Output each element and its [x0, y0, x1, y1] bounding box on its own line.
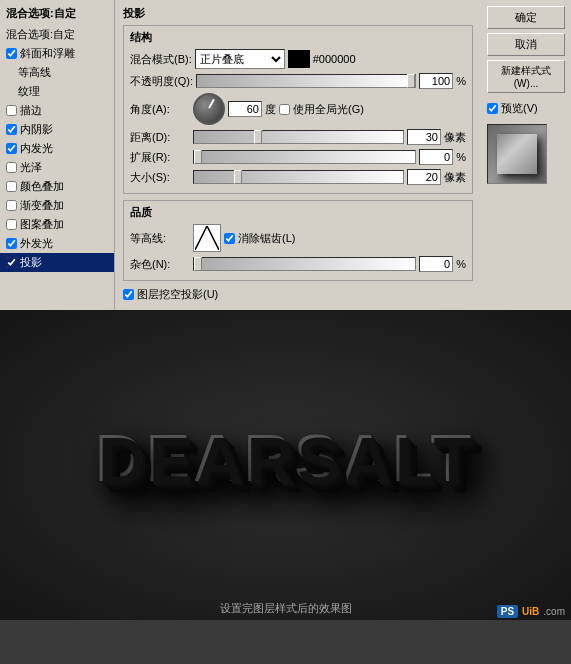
angle-knob[interactable]: [193, 93, 225, 125]
shadow-color-swatch[interactable]: [288, 50, 310, 68]
preview-inner: [497, 134, 537, 174]
drop-shadow-panel: 投影 结构 混合模式(B): 正片叠底 #000000 不透明度(Q):: [115, 0, 481, 310]
svg-rect-0: [195, 226, 219, 250]
noise-slider[interactable]: [193, 257, 416, 271]
sidebar-item-stroke[interactable]: 描边: [0, 101, 114, 120]
size-unit: 像素: [444, 170, 466, 185]
blend-mode-label: 混合模式(B):: [130, 52, 192, 67]
sidebar-item-inner-shadow[interactable]: 内阴影: [0, 120, 114, 139]
dialog-buttons: 确定 取消 新建样式式(W)... 预览(V): [481, 0, 571, 310]
noise-slider-container: [193, 257, 416, 271]
sidebar-item-drop-shadow[interactable]: 投影: [0, 253, 114, 272]
opacity-slider[interactable]: [196, 74, 416, 88]
knob-indicator: [208, 99, 215, 109]
sidebar-item-label: 混合选项:自定: [6, 27, 75, 42]
stroke-checkbox[interactable]: [6, 105, 17, 116]
sidebar-item-label: 图案叠加: [20, 217, 64, 232]
new-style-button[interactable]: 新建样式式(W)...: [487, 60, 565, 93]
quality-title: 品质: [130, 205, 466, 220]
spread-slider-container: [193, 150, 416, 164]
sidebar-item-label: 描边: [20, 103, 42, 118]
sidebar-item-label: 投影: [20, 255, 42, 270]
contour-icon: [195, 226, 219, 250]
ok-button[interactable]: 确定: [487, 6, 565, 29]
structure-section: 结构 混合模式(B): 正片叠底 #000000 不透明度(Q): %: [123, 25, 473, 194]
preview-checkbox[interactable]: [487, 103, 498, 114]
distance-label: 距离(D):: [130, 130, 190, 145]
sidebar-item-satin[interactable]: 光泽: [0, 158, 114, 177]
sidebar-item-label: 光泽: [20, 160, 42, 175]
blend-mode-select[interactable]: 正片叠底: [195, 49, 285, 69]
noise-value[interactable]: [419, 256, 453, 272]
angle-label: 角度(A):: [130, 102, 190, 117]
color-overlay-checkbox[interactable]: [6, 181, 17, 192]
sidebar-title: 混合选项:自定: [0, 4, 114, 25]
sidebar-item-pattern-overlay[interactable]: 图案叠加: [0, 215, 114, 234]
contour-label: 等高线:: [130, 231, 190, 246]
global-light-label: 使用全局光(G): [279, 102, 364, 117]
size-value[interactable]: [407, 169, 441, 185]
sidebar-item-bevel[interactable]: 斜面和浮雕: [0, 44, 114, 63]
layer-style-dialog: 混合选项:自定 混合选项:自定 斜面和浮雕 等高线 纹理 描边 内阴影 内发光: [0, 0, 571, 310]
sidebar-item-blend-options[interactable]: 混合选项:自定: [0, 25, 114, 44]
opacity-row: 不透明度(Q): %: [130, 73, 466, 89]
quality-section: 品质 等高线: 消除锯齿(L) 杂色(N):: [123, 200, 473, 281]
bevel-checkbox[interactable]: [6, 48, 17, 59]
cancel-button[interactable]: 取消: [487, 33, 565, 56]
sidebar-item-label: 颜色叠加: [20, 179, 64, 194]
sidebar-item-label: 纹理: [18, 84, 40, 99]
layer-knockout-checkbox[interactable]: [123, 289, 134, 300]
gradient-overlay-checkbox[interactable]: [6, 200, 17, 211]
spread-label: 扩展(R):: [130, 150, 190, 165]
noise-row: 杂色(N): %: [130, 256, 466, 272]
contour-preview[interactable]: [193, 224, 221, 252]
spread-unit: %: [456, 151, 466, 163]
sidebar-item-label: 外发光: [20, 236, 53, 251]
opacity-value[interactable]: [419, 73, 453, 89]
inner-glow-checkbox[interactable]: [6, 143, 17, 154]
distance-slider-container: [193, 130, 404, 144]
size-row: 大小(S): 像素: [130, 169, 466, 185]
layer-knockout-row: 图层挖空投影(U): [123, 287, 473, 302]
sidebar-item-color-overlay[interactable]: 颜色叠加: [0, 177, 114, 196]
uib-logo: UiB: [522, 606, 539, 617]
distance-row: 距离(D): 像素: [130, 129, 466, 145]
opacity-unit: %: [456, 75, 466, 87]
spread-value[interactable]: [419, 149, 453, 165]
hex-label: #000000: [313, 53, 356, 65]
spread-slider[interactable]: [193, 150, 416, 164]
sidebar: 混合选项:自定 混合选项:自定 斜面和浮雕 等高线 纹理 描边 内阴影 内发光: [0, 0, 115, 310]
angle-row: 角度(A): 度 使用全局光(G): [130, 93, 466, 125]
satin-checkbox[interactable]: [6, 162, 17, 173]
opacity-slider-container: [196, 74, 416, 88]
distance-value[interactable]: [407, 129, 441, 145]
image-caption: 设置完图层样式后的效果图: [0, 601, 571, 616]
outer-glow-checkbox[interactable]: [6, 238, 17, 249]
main-text: DEARSALT: [96, 421, 474, 497]
sidebar-item-label: 内阴影: [20, 122, 53, 137]
sidebar-item-texture[interactable]: 纹理: [0, 82, 114, 101]
global-light-checkbox[interactable]: [279, 104, 290, 115]
structure-title: 结构: [130, 30, 466, 45]
sidebar-item-label: 内发光: [20, 141, 53, 156]
pattern-overlay-checkbox[interactable]: [6, 219, 17, 230]
drop-shadow-checkbox[interactable]: [6, 257, 17, 268]
blend-mode-row: 混合模式(B): 正片叠底 #000000: [130, 49, 466, 69]
inner-shadow-checkbox[interactable]: [6, 124, 17, 135]
preview-row: 预览(V): [487, 101, 565, 116]
antialiased-checkbox[interactable]: [224, 233, 235, 244]
sidebar-item-outer-glow[interactable]: 外发光: [0, 234, 114, 253]
antialiased-label: 消除锯齿(L): [224, 231, 295, 246]
size-slider[interactable]: [193, 170, 404, 184]
sidebar-item-gradient-overlay[interactable]: 渐变叠加: [0, 196, 114, 215]
sidebar-item-label: 等高线: [18, 65, 51, 80]
com-label: .com: [543, 606, 565, 617]
angle-value[interactable]: [228, 101, 262, 117]
distance-slider[interactable]: [193, 130, 404, 144]
sidebar-item-contour[interactable]: 等高线: [0, 63, 114, 82]
sidebar-item-label: 斜面和浮雕: [20, 46, 75, 61]
ps-logo: PS: [497, 605, 518, 618]
sidebar-item-inner-glow[interactable]: 内发光: [0, 139, 114, 158]
preview-thumbnail: [487, 124, 547, 184]
size-label: 大小(S):: [130, 170, 190, 185]
